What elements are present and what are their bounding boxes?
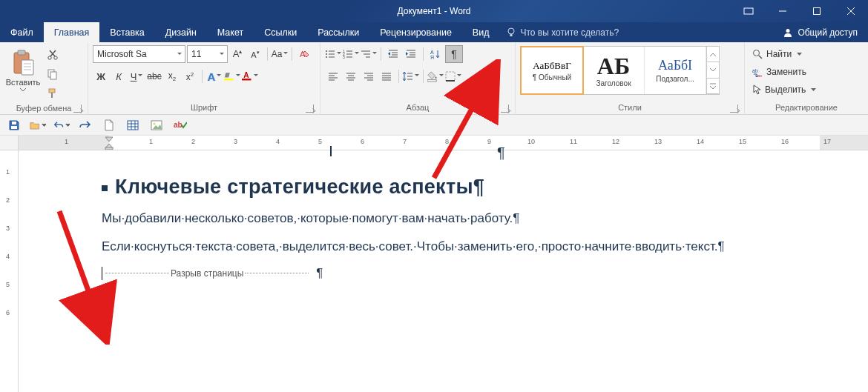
horizontal-ruler[interactable]: 1 1 2 3 4 5 6 7 8 9 10 11 12 13 14 15 16… bbox=[19, 136, 868, 150]
window-controls bbox=[731, 0, 868, 22]
style-normal[interactable]: АаБбВвГ ¶ Обычный bbox=[520, 46, 584, 95]
lightbulb-icon bbox=[507, 27, 516, 38]
clear-formatting-button[interactable]: A bbox=[296, 46, 312, 62]
tab-view[interactable]: Вид bbox=[462, 22, 500, 42]
align-left-button[interactable] bbox=[325, 68, 341, 84]
tab-mailings[interactable]: Рассылки bbox=[307, 22, 369, 42]
dialog-launcher-icon[interactable] bbox=[501, 104, 509, 113]
align-center-button[interactable] bbox=[343, 68, 359, 84]
document-page[interactable]: ¶ Ключевые стратегические аспекты¶ Мы·до… bbox=[19, 150, 868, 392]
font-color-button[interactable]: A bbox=[242, 68, 258, 84]
sort-button[interactable]: AЯ bbox=[427, 46, 444, 62]
undo-button[interactable] bbox=[53, 117, 70, 133]
line-spacing-button[interactable] bbox=[403, 68, 419, 84]
highlight-button[interactable] bbox=[224, 68, 240, 84]
font-name-combo[interactable]: Microsoft Sa bbox=[93, 45, 185, 63]
multilevel-list-button[interactable] bbox=[361, 46, 377, 62]
shading-button[interactable] bbox=[427, 68, 444, 84]
minimize-button[interactable] bbox=[766, 0, 800, 22]
person-icon bbox=[783, 27, 793, 38]
title-bar: Документ1 - Word bbox=[0, 0, 868, 22]
format-painter-button[interactable] bbox=[45, 85, 61, 102]
grow-font-button[interactable]: A▴ bbox=[229, 46, 246, 62]
svg-point-28 bbox=[326, 53, 327, 55]
indent-marker-icon[interactable] bbox=[105, 136, 114, 150]
justify-button[interactable] bbox=[378, 68, 395, 84]
svg-text:Я: Я bbox=[430, 55, 434, 59]
paste-button[interactable]: Вставить bbox=[4, 44, 42, 96]
svg-line-76 bbox=[759, 56, 762, 59]
tab-design[interactable]: Дизайн bbox=[155, 22, 207, 42]
close-button[interactable] bbox=[834, 0, 868, 22]
replace-button[interactable]: abac Заменить bbox=[749, 64, 819, 80]
ribbon-options-icon[interactable] bbox=[731, 0, 766, 22]
find-button[interactable]: Найти bbox=[749, 46, 819, 62]
picture-button[interactable] bbox=[148, 117, 165, 133]
show-hide-paragraph-button[interactable]: ¶ bbox=[445, 45, 463, 63]
tab-references[interactable]: Ссылки bbox=[254, 22, 307, 42]
svg-rect-79 bbox=[11, 126, 17, 129]
decrease-indent-button[interactable] bbox=[385, 46, 401, 62]
cut-button[interactable] bbox=[45, 47, 61, 63]
align-right-button[interactable] bbox=[361, 68, 377, 84]
svg-rect-6 bbox=[510, 34, 513, 36]
paste-label: Вставить bbox=[6, 78, 41, 87]
new-button[interactable] bbox=[101, 117, 117, 133]
bullets-button[interactable] bbox=[325, 46, 341, 62]
text-effects-button[interactable]: A bbox=[206, 68, 223, 84]
text-cursor bbox=[102, 267, 102, 280]
group-editing-label: Редактирование bbox=[749, 101, 864, 114]
increase-indent-button[interactable] bbox=[403, 46, 419, 62]
shrink-font-button[interactable]: A▾ bbox=[247, 46, 263, 62]
group-paragraph-label: Абзац bbox=[325, 101, 510, 114]
strikethrough-button[interactable]: abc bbox=[146, 68, 162, 84]
style-heading[interactable]: АБ Заголовок bbox=[583, 47, 645, 94]
svg-rect-81 bbox=[128, 121, 138, 130]
gallery-more-button[interactable] bbox=[707, 79, 719, 94]
copy-button[interactable] bbox=[45, 66, 61, 82]
tab-layout[interactable]: Макет bbox=[207, 22, 254, 42]
vertical-ruler[interactable]: 1 2 3 4 5 6 bbox=[0, 150, 19, 392]
borders-button[interactable] bbox=[445, 68, 461, 84]
subscript-button[interactable]: x2 bbox=[164, 68, 180, 84]
save-button[interactable] bbox=[6, 117, 22, 133]
dialog-launcher-icon[interactable] bbox=[306, 104, 314, 113]
underline-button[interactable]: Ч bbox=[128, 68, 145, 84]
tab-home[interactable]: Главная bbox=[44, 22, 100, 42]
share-label: Общий доступ bbox=[798, 27, 858, 38]
maximize-button[interactable] bbox=[800, 0, 834, 22]
tab-file[interactable]: Файл bbox=[0, 22, 44, 42]
group-styles: АаБбВвГ ¶ Обычный АБ Заголовок АаБбІ Под… bbox=[516, 42, 745, 114]
table-button[interactable] bbox=[125, 117, 141, 133]
ruler-area: 1 1 2 3 4 5 6 7 8 9 10 11 12 13 14 15 16… bbox=[0, 136, 868, 150]
group-font: Microsoft Sa 11 A▴ A▾ Aa A Ж К Ч abc x2 … bbox=[88, 42, 320, 114]
bold-button[interactable]: Ж bbox=[93, 68, 109, 84]
gallery-down-button[interactable] bbox=[707, 62, 719, 78]
change-case-button[interactable]: Aa bbox=[272, 46, 288, 62]
italic-button[interactable]: К bbox=[111, 68, 127, 84]
dialog-launcher-icon[interactable] bbox=[730, 104, 738, 113]
styles-gallery[interactable]: АаБбВвГ ¶ Обычный АБ Заголовок АаБбІ Под… bbox=[520, 46, 720, 95]
numbering-button[interactable]: 123 bbox=[343, 46, 359, 62]
svg-text:A: A bbox=[243, 71, 249, 79]
svg-rect-71 bbox=[427, 79, 436, 82]
svg-rect-9 bbox=[18, 50, 25, 55]
style-subheading[interactable]: АаБбІ Подзагол... bbox=[645, 47, 706, 94]
group-styles-label: Стили bbox=[520, 101, 740, 114]
tab-review[interactable]: Рецензирование bbox=[369, 22, 462, 42]
dialog-launcher-icon[interactable] bbox=[73, 104, 82, 113]
svg-text:ac: ac bbox=[757, 73, 762, 77]
font-size-combo[interactable]: 11 bbox=[187, 45, 228, 63]
window-title: Документ1 - Word bbox=[397, 6, 470, 16]
tell-me-search[interactable]: Что вы хотите сделать? bbox=[499, 22, 626, 42]
tab-insert[interactable]: Вставка bbox=[99, 22, 154, 42]
group-clipboard: Вставить Буфер обмена bbox=[0, 42, 88, 114]
gallery-up-button[interactable] bbox=[707, 47, 719, 62]
spelling-button[interactable]: ab bbox=[172, 117, 188, 133]
page-break-indicator: Разрыв страницы ¶ bbox=[102, 266, 853, 281]
redo-button[interactable] bbox=[77, 117, 93, 133]
select-button[interactable]: Выделить bbox=[749, 82, 819, 98]
share-button[interactable]: Общий доступ bbox=[772, 22, 868, 42]
superscript-button[interactable]: x2 bbox=[182, 68, 198, 84]
open-button[interactable] bbox=[30, 117, 46, 133]
